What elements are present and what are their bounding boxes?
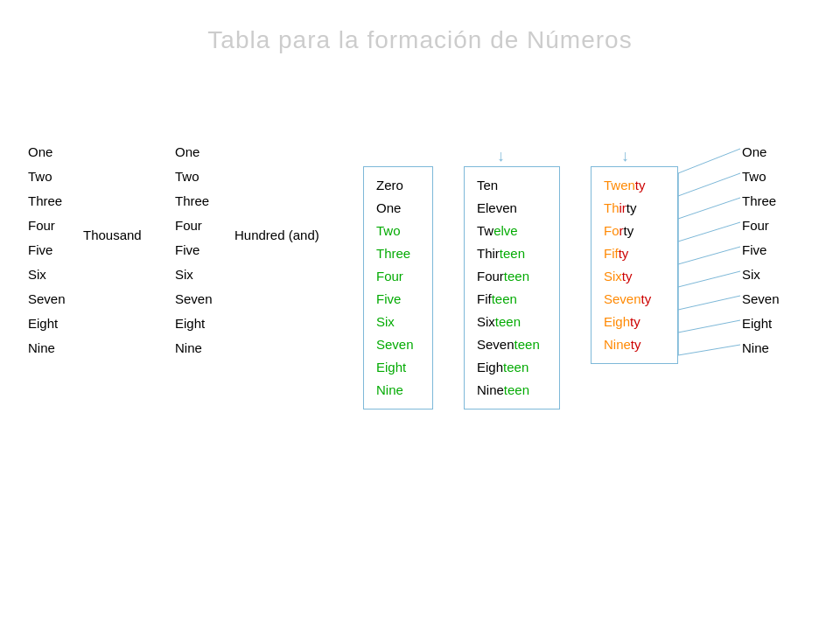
box-teens-item: Twelve (477, 220, 547, 242)
svg-line-5 (678, 271, 740, 287)
box-tens-item: Seventy (604, 288, 665, 311)
box-ones-item: Zero (376, 174, 420, 197)
ones-item: Eight (28, 312, 66, 336)
ones-item: Four (28, 214, 66, 238)
hundred-label: Hundred (and) (234, 228, 319, 242)
col-hundreds: OneTwoThreeFourFiveSixSevenEightNine (175, 140, 213, 360)
box-tens: TwentyThirtyFortyFiftySixtySeventyEighty… (591, 166, 678, 364)
box-teens: TenElevenTwelveThirteenFourteenFifteenSi… (464, 166, 560, 410)
main-content: OneTwoThreeFourFiveSixSevenEightNine Tho… (0, 105, 840, 612)
right-ones-item: Two (742, 164, 780, 189)
ones-item: Five (28, 238, 66, 262)
box-ones-item: Nine (376, 379, 420, 402)
ones-item: Six (28, 262, 66, 287)
box-teens-item: Eighteen (477, 356, 547, 379)
svg-line-2 (678, 198, 740, 219)
hundreds-item: Six (175, 262, 213, 287)
box-tens-item: Ninety (604, 333, 665, 356)
box-tens-item: Twenty (604, 174, 665, 197)
svg-line-7 (678, 320, 740, 332)
box-ones-item: Seven (376, 333, 420, 356)
box-ones-item: Three (376, 242, 420, 265)
box-teens-item: Ten (477, 174, 547, 197)
arrow-down-tens: ↓ (621, 147, 629, 165)
svg-line-6 (678, 296, 740, 310)
right-ones-item: Nine (742, 336, 780, 360)
box-ones-item: One (376, 197, 420, 220)
ones-item: Two (28, 164, 66, 189)
right-ones-item: Four (742, 214, 780, 238)
svg-line-4 (678, 247, 740, 264)
col-ones: OneTwoThreeFourFiveSixSevenEightNine (28, 140, 66, 360)
right-ones-item: Five (742, 238, 780, 262)
box-ones-item: Eight (376, 356, 420, 379)
box-ones-item: Four (376, 265, 420, 288)
hundreds-item: Three (175, 189, 213, 214)
svg-line-1 (678, 173, 740, 196)
svg-line-8 (678, 345, 740, 355)
box-teens-item: Fifteen (477, 288, 547, 311)
hundreds-item: Seven (175, 287, 213, 312)
box-tens-item: Forty (604, 220, 665, 242)
box-teens-item: Nineteen (477, 379, 547, 402)
col-right-ones: OneTwoThreeFourFiveSixSevenEightNine (742, 140, 780, 360)
box-teens-item: Eleven (477, 197, 547, 220)
ones-item: Nine (28, 336, 66, 360)
arrow-down-teens: ↓ (497, 147, 505, 165)
box-ones-item: Five (376, 288, 420, 311)
thousand-label: Thousand (83, 228, 142, 242)
right-ones-item: Eight (742, 312, 780, 336)
page-title: Tabla para la formación de Números (0, 0, 840, 54)
box-ones-item: Two (376, 220, 420, 242)
box-tens-item: Sixty (604, 265, 665, 288)
box-teens-item: Fourteen (477, 265, 547, 288)
right-ones-item: One (742, 140, 780, 164)
hundreds-item: Four (175, 214, 213, 238)
svg-line-3 (678, 222, 740, 242)
box-ones-digits: ZeroOneTwoThreeFourFiveSixSevenEightNine (363, 166, 433, 410)
box-teens-item: Thirteen (477, 242, 547, 265)
box-tens-item: Eighty (604, 311, 665, 333)
right-ones-item: Three (742, 189, 780, 214)
box-teens-item: Seventeen (477, 333, 547, 356)
hundreds-item: Eight (175, 312, 213, 336)
svg-line-0 (678, 149, 740, 173)
hundreds-item: Nine (175, 336, 213, 360)
ones-item: One (28, 140, 66, 164)
hundreds-item: One (175, 140, 213, 164)
box-tens-item: Fifty (604, 242, 665, 265)
ones-item: Seven (28, 287, 66, 312)
hundreds-item: Two (175, 164, 213, 189)
box-ones-item: Six (376, 311, 420, 333)
right-ones-item: Seven (742, 287, 780, 312)
box-teens-item: Sixteen (477, 311, 547, 333)
hundreds-item: Five (175, 238, 213, 262)
right-ones-item: Six (742, 262, 780, 287)
ones-item: Three (28, 189, 66, 214)
box-tens-item: Thirty (604, 197, 665, 220)
